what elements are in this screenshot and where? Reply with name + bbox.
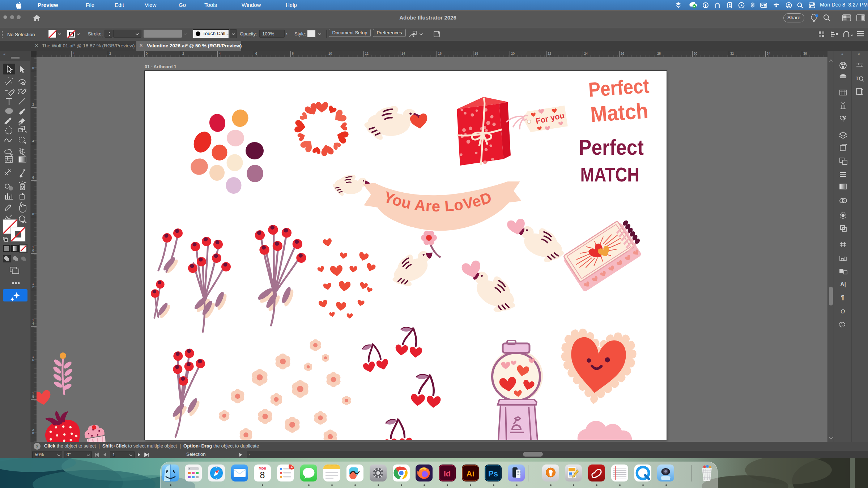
svg-text:8: 8	[260, 470, 265, 480]
svg-text:Perfect: Perfect	[579, 135, 644, 159]
svg-text:T: T	[856, 76, 859, 81]
svg-text:Id: Id	[444, 469, 451, 478]
svg-text:Ai: Ai	[467, 469, 475, 478]
svg-text:O: O	[841, 308, 845, 315]
svg-text:Ps: Ps	[488, 469, 498, 478]
svg-text:A|: A|	[840, 281, 846, 287]
svg-text:Perfect: Perfect	[588, 74, 650, 101]
svg-text:«: «	[841, 52, 843, 56]
svg-text:Match: Match	[590, 98, 649, 127]
svg-text:MATCH: MATCH	[580, 163, 639, 186]
svg-text:«: «	[858, 52, 860, 56]
svg-text:¶: ¶	[841, 295, 844, 301]
